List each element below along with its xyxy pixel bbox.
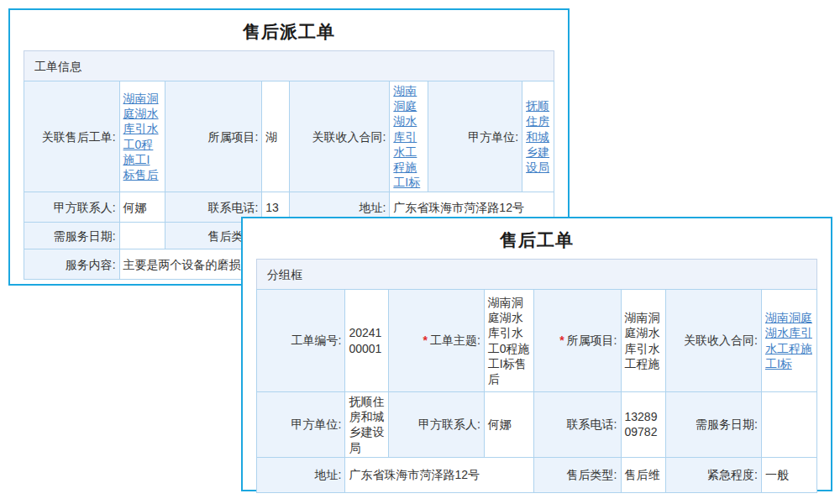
linked-aftersales-order-link[interactable]: 湖南洞庭湖水库引水工0程施工I标售后 <box>123 92 159 181</box>
subject-value: 湖南洞庭湖水库引水工0程施工I标售后 <box>484 290 533 392</box>
project-value: 湖南洞庭湖水库引水工程施 <box>621 290 665 392</box>
income-contract-label: 关联收入合同: <box>665 290 761 392</box>
address-label: 地址: <box>257 457 345 492</box>
subject-label-cell: *工单主题: <box>389 290 484 392</box>
phone-label: 联系电话: <box>534 392 621 458</box>
required-marker: * <box>559 333 564 347</box>
project-label: 所属项目: <box>165 81 261 192</box>
party-a-unit-label: 甲方单位: <box>257 392 345 458</box>
dispatch-order-title: 售后派工单 <box>10 10 568 50</box>
order-info-section-header: 工单信息 <box>24 50 554 81</box>
group-box-label: 分组框 <box>267 268 302 281</box>
order-number-label: 工单编号: <box>257 290 345 392</box>
subject-label: 工单主题: <box>430 333 480 347</box>
party-a-contact-value: 何娜 <box>119 192 165 223</box>
work-order-window: 售后工单 分组框 工单编号: 2024100001 *工单主题: 湖南洞庭湖水库… <box>241 217 832 491</box>
aftersales-type-label: 售后类型: <box>534 457 621 492</box>
party-a-unit-value: 抚顺住房和城乡建设局 <box>345 392 389 458</box>
party-a-unit-label: 甲方单位: <box>428 81 522 192</box>
income-contract-cell: 湖南洞庭湖水库引水工程施工I标 <box>390 81 428 192</box>
service-date-label: 需服务日期: <box>24 223 120 249</box>
service-content-label: 服务内容: <box>24 249 120 280</box>
phone-value: 1328909782 <box>621 392 665 458</box>
party-a-unit-link[interactable]: 抚顺住房和城乡建设局 <box>526 99 549 174</box>
party-a-unit-cell: 抚顺住房和城乡建设局 <box>522 81 554 192</box>
project-label-cell: *所属项目: <box>534 290 621 392</box>
project-label: 所属项目: <box>567 333 617 347</box>
income-contract-link[interactable]: 湖南洞庭湖水库引水工程施工I标 <box>765 311 812 370</box>
urgency-value: 一般 <box>761 457 816 492</box>
table-row: 工单编号: 2024100001 *工单主题: 湖南洞庭湖水库引水工0程施工I标… <box>257 290 817 392</box>
table-row: 关联售后工单: 湖南洞庭湖水库引水工0程施工I标售后 所属项目: 湖 关联收入合… <box>24 81 554 192</box>
service-date-value <box>119 223 165 249</box>
income-contract-link[interactable]: 湖南洞庭湖水库引水工程施工I标 <box>393 84 420 189</box>
required-marker: * <box>423 333 427 347</box>
party-a-contact-label: 甲方联系人: <box>24 192 120 223</box>
order-info-section-label: 工单信息 <box>34 60 81 73</box>
linked-aftersales-order-label: 关联售后工单: <box>24 81 120 192</box>
party-a-contact-value: 何娜 <box>484 392 533 458</box>
income-contract-cell: 湖南洞庭湖水库引水工程施工I标 <box>761 290 816 392</box>
aftersales-type-value: 售后维 <box>621 457 665 492</box>
address-value: 广东省珠海市菏泽路12号 <box>345 457 534 492</box>
work-order-table: 工单编号: 2024100001 *工单主题: 湖南洞庭湖水库引水工0程施工I标… <box>256 289 817 493</box>
group-box-header: 分组框 <box>256 259 817 290</box>
work-order-title: 售后工单 <box>243 218 831 259</box>
service-date-value <box>761 392 816 458</box>
linked-aftersales-order-cell: 湖南洞庭湖水库引水工0程施工I标售后 <box>119 81 165 192</box>
order-number-value: 2024100001 <box>345 290 389 392</box>
project-value: 湖 <box>262 81 290 192</box>
urgency-label: 紧急程度: <box>665 457 761 492</box>
service-date-label: 需服务日期: <box>665 392 761 458</box>
income-contract-label: 关联收入合同: <box>290 81 390 192</box>
party-a-contact-label: 甲方联系人: <box>389 392 484 458</box>
table-row: 地址: 广东省珠海市菏泽路12号 售后类型: 售后维 紧急程度: 一般 <box>257 457 817 492</box>
table-row: 甲方单位: 抚顺住房和城乡建设局 甲方联系人: 何娜 联系电话: 1328909… <box>257 392 817 458</box>
